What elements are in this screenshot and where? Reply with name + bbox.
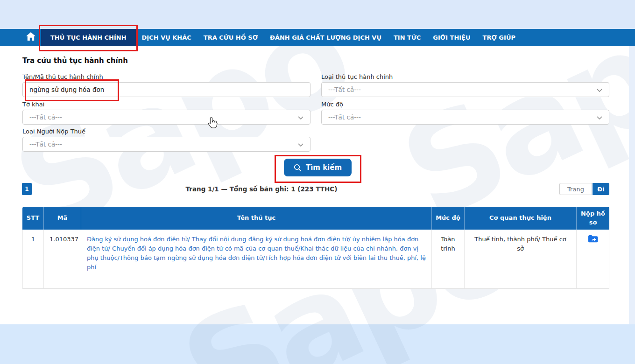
header-co-quan: Cơ quan thực hiện	[465, 207, 577, 230]
header-stt: STT	[22, 207, 44, 230]
footer-background-strip	[0, 324, 635, 364]
procedure-link[interactable]: Đăng ký sử dụng hoá đơn điện tử/ Thay đổ…	[87, 236, 426, 271]
declaration-select[interactable]: ---Tất cả---	[22, 110, 310, 125]
chevron-down-icon	[597, 113, 602, 121]
top-background-strip	[0, 0, 635, 29]
nav-item-tin-tuc[interactable]: TIN TỨC	[388, 29, 427, 46]
procedure-name-label: Tên/Mã thủ tục hành chính	[22, 73, 103, 80]
cell-nop-ho-so	[577, 230, 609, 289]
procedure-type-label: Loại thủ tục hành chính	[321, 73, 393, 80]
procedure-name-input[interactable]	[22, 82, 310, 97]
taxpayer-type-value: ---Tất cả---	[29, 140, 62, 148]
nav-item-thu-tuc-hanh-chinh[interactable]: THỦ TỤC HÀNH CHÍNH	[41, 29, 136, 46]
main-navbar: THỦ TỤC HÀNH CHÍNH DỊCH VỤ KHÁC TRA CỨU …	[0, 29, 635, 46]
declaration-value: ---Tất cả---	[29, 113, 62, 121]
cell-ten-thu-tuc: Đăng ký sử dụng hoá đơn điện tử/ Thay đổ…	[81, 230, 432, 289]
home-icon	[26, 32, 35, 42]
header-muc-do: Mức độ	[432, 207, 465, 230]
page-jump-input[interactable]	[559, 183, 592, 195]
search-button-label: Tìm kiếm	[306, 163, 342, 172]
cell-ma: 1.010337	[44, 230, 81, 289]
chevron-down-icon	[298, 140, 303, 148]
nav-item-gioi-thieu[interactable]: GIỚI THIỆU	[427, 29, 476, 46]
chevron-down-icon	[597, 86, 602, 93]
procedure-type-select[interactable]: ---Tất cả---	[321, 82, 609, 97]
header-nop-ho-so: Nộp hồ sơ	[577, 207, 609, 230]
pagination-summary: Trang 1/1 — Tổng số bản ghi: 1 (223 TTHC…	[131, 185, 392, 193]
search-button[interactable]: Tìm kiếm	[284, 159, 352, 176]
procedure-type-value: ---Tất cả---	[328, 86, 361, 93]
nav-home-button[interactable]	[0, 29, 41, 46]
header-ma: Mã	[44, 207, 81, 230]
nav-item-tro-giup[interactable]: TRỢ GIÚP	[477, 29, 522, 46]
chevron-down-icon	[298, 113, 303, 121]
nav-item-danh-gia-chat-luong[interactable]: ĐÁNH GIÁ CHẤT LƯỢNG DỊCH VỤ	[264, 29, 388, 46]
table-header-row: STT Mã Tên thủ tục Mức độ Cơ quan thực h…	[22, 207, 609, 230]
search-icon	[294, 164, 302, 172]
results-table: STT Mã Tên thủ tục Mức độ Cơ quan thực h…	[22, 207, 609, 289]
page-title: Tra cứu thủ tục hành chính	[22, 56, 128, 65]
cell-co-quan: Thuế tỉnh, thành phố/ Thuế cơ sở	[465, 230, 577, 289]
level-value: ---Tất cả---	[328, 113, 361, 121]
declaration-label: Tờ khai	[22, 101, 44, 108]
taxpayer-type-label: Loại Người Nộp Thuế	[22, 128, 85, 135]
nav-item-tra-cuu-ho-so[interactable]: TRA CỨU HỒ SƠ	[198, 29, 264, 46]
taxpayer-type-select[interactable]: ---Tất cả---	[22, 137, 310, 152]
table-row: 1 1.010337 Đăng ký sử dụng hoá đơn điện …	[22, 230, 609, 289]
submit-folder-icon[interactable]	[588, 235, 598, 245]
level-label: Mức độ	[321, 101, 343, 108]
go-button[interactable]: Đi	[593, 183, 609, 195]
cell-muc-do: Toàn trình	[432, 230, 465, 289]
header-ten-thu-tuc: Tên thủ tục	[81, 207, 432, 230]
cell-stt: 1	[22, 230, 44, 289]
scrollbar-track[interactable]	[629, 46, 635, 324]
nav-item-dich-vu-khac[interactable]: DỊCH VỤ KHÁC	[136, 29, 198, 46]
page-number-button[interactable]: 1	[22, 183, 32, 195]
level-select[interactable]: ---Tất cả---	[321, 110, 609, 125]
